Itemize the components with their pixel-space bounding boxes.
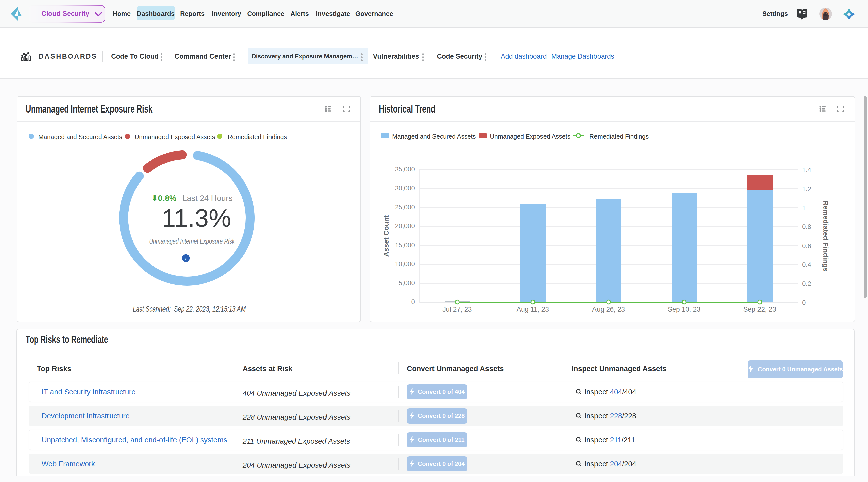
svg-text:i: i xyxy=(185,256,187,261)
